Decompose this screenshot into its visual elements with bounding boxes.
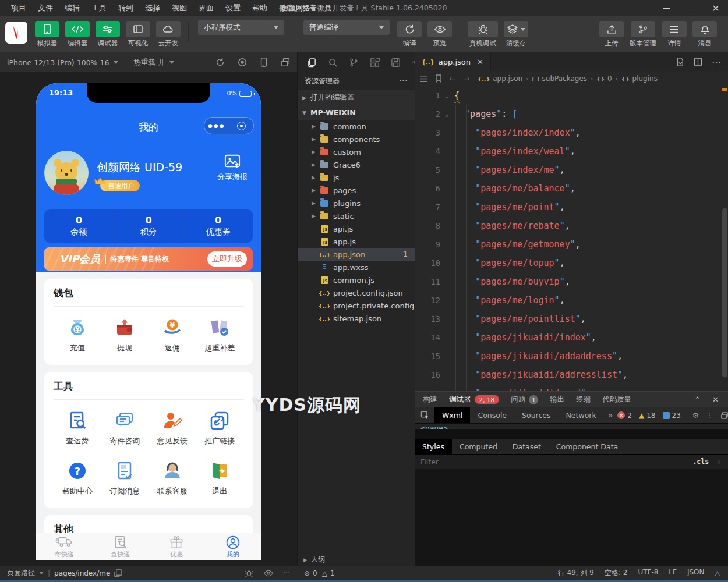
code-line-14[interactable]: 14 "pages/jikuaidi/index", xyxy=(415,328,728,347)
devtools-tab-Network[interactable]: Network xyxy=(559,407,604,423)
code-line-17[interactable]: 17 "pages/jikuaidi/send", xyxy=(415,384,728,391)
hot-reload-toggle[interactable]: 热重载 开 xyxy=(133,58,174,68)
visibility-icon[interactable] xyxy=(264,570,273,577)
vconsole-bug-icon[interactable] xyxy=(245,569,253,577)
tree-item-custom[interactable]: ▶ custom xyxy=(298,146,415,158)
toolbar-refresh-button[interactable]: 编译 xyxy=(397,21,422,48)
add-style-icon[interactable]: + xyxy=(716,457,722,466)
app-logo[interactable] xyxy=(5,22,27,44)
toolbar-layers-button[interactable]: 清缓存 xyxy=(504,21,528,48)
menu-item-4[interactable]: 转到 xyxy=(113,2,139,15)
menu-item-3[interactable]: 工具 xyxy=(86,2,112,15)
stat-余额[interactable]: 0余额 xyxy=(44,209,114,243)
status-item-0[interactable]: 行 49, 列 9 xyxy=(558,568,594,578)
files-icon[interactable] xyxy=(307,58,317,68)
fold-icon[interactable]: ⌄ xyxy=(440,111,453,118)
styles-tab-Component-Data[interactable]: Component Data xyxy=(549,439,625,454)
minimize-button[interactable] xyxy=(655,0,679,16)
tree-item-common[interactable]: ▶ common xyxy=(298,120,415,133)
grid-item-pouch[interactable]: ¥ 充值 xyxy=(54,317,101,353)
devtools-menu-icon[interactable]: ⋮ xyxy=(706,411,713,420)
open-preview-icon[interactable] xyxy=(676,58,684,66)
multi-window-icon[interactable] xyxy=(281,58,290,67)
outline-section[interactable]: ▶ 大纲 xyxy=(298,553,415,566)
code-line-7[interactable]: 7 "pages/me/point", xyxy=(415,198,728,217)
tree-item-common-js[interactable]: JS common.js xyxy=(298,274,415,286)
grid-item-coin[interactable]: ¥ 返佣 xyxy=(149,317,196,353)
more-tabs-icon[interactable]: » xyxy=(604,411,618,420)
breadcrumb-item-2[interactable]: {}0 xyxy=(596,74,612,83)
bookmark-icon[interactable] xyxy=(435,74,442,83)
device-select[interactable]: iPhone 12/13 (Pro) 100% 16 xyxy=(7,58,118,67)
breadcrumb-item-3[interactable]: {}plugins xyxy=(621,74,658,83)
debugger-tab-代码质量[interactable]: 代码质量 xyxy=(596,392,637,407)
styles-tab-Computed[interactable]: Computed xyxy=(452,439,505,454)
inspect-element-icon[interactable] xyxy=(415,407,434,423)
styles-tab-Styles[interactable]: Styles xyxy=(415,439,452,454)
grid-item-service[interactable]: 联系客服 xyxy=(149,460,196,496)
stat-积分[interactable]: 0积分 xyxy=(114,209,183,243)
search-icon[interactable] xyxy=(328,58,338,68)
code-line-6[interactable]: 6 "pages/me/balance", xyxy=(415,179,728,198)
grid-item-book[interactable]: 超重补差 xyxy=(196,317,244,353)
share-poster-button[interactable]: 分享海报 xyxy=(212,153,253,182)
phone-scroll-body[interactable]: 钱包 ¥ 充值 提现 ¥ 返佣 超重补差 工具 查运费 寄件咨询 意见反馈 xyxy=(36,272,261,533)
grid-item-chat[interactable]: 寄件咨询 xyxy=(101,410,149,446)
avatar[interactable] xyxy=(44,151,89,195)
toolbar-eye-button[interactable]: 预览 xyxy=(427,21,452,48)
maximize-button[interactable] xyxy=(679,0,704,16)
status-item-1[interactable]: 空格: 2 xyxy=(605,568,628,578)
page-path-value[interactable]: pages/index/me xyxy=(54,569,110,577)
vip-banner[interactable]: VIP会员 特惠寄件 尊贵特权 立即升级 xyxy=(44,247,253,271)
code-line-5[interactable]: 5 "pages/index/me", xyxy=(415,161,728,179)
user-level-badge[interactable]: 普通用户 xyxy=(100,180,140,191)
grid-item-link[interactable]: 推广链接 xyxy=(196,410,244,446)
close-tab-icon[interactable]: ✕ xyxy=(477,58,483,66)
status-item-3[interactable]: LF xyxy=(669,568,677,578)
more-status-icon[interactable]: ··· xyxy=(284,569,290,577)
mode-select[interactable]: 小程序模式 xyxy=(198,20,284,35)
outline-list-icon[interactable] xyxy=(419,75,428,83)
debugger-tab-输出[interactable]: 输出 xyxy=(544,392,570,407)
code-line-10[interactable]: 10 "pages/me/topup", xyxy=(415,254,728,272)
toolbar-bug-button[interactable]: 真机调试 xyxy=(468,21,498,48)
breadcrumb-item-0[interactable]: {..}app.json xyxy=(478,74,522,83)
explorer-more-icon[interactable]: ··· xyxy=(400,77,408,85)
menu-item-1[interactable]: 文件 xyxy=(33,2,58,15)
close-panel-icon[interactable]: ✕ xyxy=(712,395,719,404)
close-button[interactable]: ✕ xyxy=(704,0,728,16)
tree-item-app-js[interactable]: JS app.js xyxy=(298,235,415,248)
code-line-4[interactable]: 4 "pages/index/weal", xyxy=(415,142,728,161)
code-line-9[interactable]: 9 "pages/me/getmoney", xyxy=(415,235,728,254)
grid-item-feedback[interactable]: 意见反馈 xyxy=(149,410,196,446)
stat-优惠券[interactable]: 0优惠券 xyxy=(183,209,253,243)
tab-tab-search[interactable]: 查快递 xyxy=(93,533,149,560)
tree-item-static[interactable]: ▶ static xyxy=(298,210,415,222)
grid-item-wallet[interactable]: 提现 xyxy=(101,317,149,353)
compile-select[interactable]: 普通编译 xyxy=(303,20,390,35)
record-icon[interactable] xyxy=(238,58,247,67)
tab-app-json[interactable]: {..} app.json ✕ xyxy=(415,52,491,71)
code-area[interactable]: 1 ⌄ { 2 ⌄ "pages": [ 3 "pages/index/inde… xyxy=(415,86,728,391)
menu-item-6[interactable]: 视图 xyxy=(167,2,192,15)
code-line-8[interactable]: 8 "pages/me/rebate", xyxy=(415,217,728,235)
tree-item-project-config-json[interactable]: {..} project.config.json xyxy=(298,286,415,299)
toolbar-layout-button[interactable]: 可视化 xyxy=(126,21,150,48)
grid-item-help[interactable]: ? 帮助中心 xyxy=(54,460,101,496)
exit-button[interactable] xyxy=(229,122,254,130)
code-line-15[interactable]: 15 "pages/jikuaidi/addaddress", xyxy=(415,347,728,365)
tab-gift[interactable]: 优惠 xyxy=(149,533,205,560)
grid-item-doc-search[interactable]: 查运费 xyxy=(54,410,101,446)
warning-count-icon[interactable]: ▲ xyxy=(639,411,644,420)
devtools-tab-Wxml[interactable]: Wxml xyxy=(434,407,470,423)
status-warning-icon[interactable]: △ xyxy=(715,569,720,577)
code-line-13[interactable]: 13 "pages/me/pointlist", xyxy=(415,310,728,328)
split-editor-icon[interactable] xyxy=(694,58,702,66)
wxml-tree-clipped-node[interactable]: <page> xyxy=(415,424,728,429)
menu-item-7[interactable]: 界面 xyxy=(193,2,219,15)
tab-truck[interactable]: 寄快递 xyxy=(36,533,93,560)
tree-item-plugins[interactable]: ▶ plugins xyxy=(298,197,415,210)
more-actions-icon[interactable]: ⋯ xyxy=(712,56,721,68)
styles-tab-Dataset[interactable]: Dataset xyxy=(505,439,549,454)
toolbar-menu-button[interactable]: 详情 xyxy=(662,21,687,48)
